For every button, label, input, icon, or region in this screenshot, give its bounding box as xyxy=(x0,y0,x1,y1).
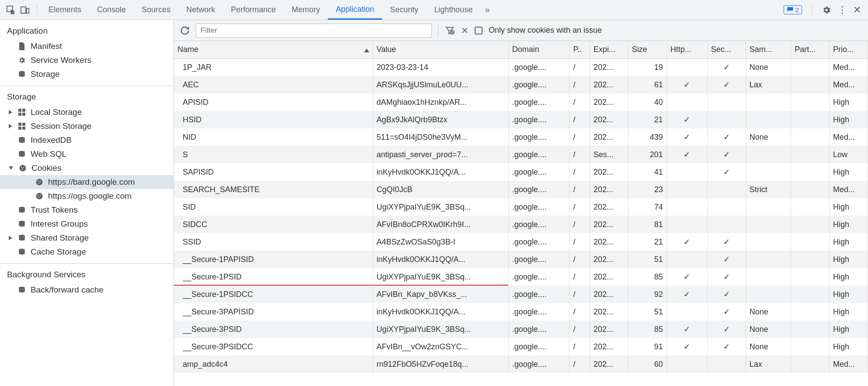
issues-badge[interactable]: 2 xyxy=(784,5,802,14)
tab-elements[interactable]: Elements xyxy=(41,0,89,20)
column-header[interactable]: Size xyxy=(628,41,667,59)
cell-partition xyxy=(791,93,830,111)
tab-console[interactable]: Console xyxy=(89,0,134,20)
sidebar-item-local-storage[interactable]: Local Storage xyxy=(0,105,174,119)
table-row[interactable]: HSIDAgBx9JkAlQrb9Btzx.google..../202...2… xyxy=(174,111,868,128)
sidebar-item-storage[interactable]: Storage xyxy=(0,67,174,81)
cell-name: NID xyxy=(174,128,373,146)
cell-expires: 202... xyxy=(590,59,628,76)
svg-point-17 xyxy=(22,169,23,169)
sidebar-item-manifest[interactable]: Manifest xyxy=(0,39,174,53)
close-devtools-icon[interactable]: ✕ xyxy=(853,4,861,16)
expand-arrow-icon[interactable] xyxy=(9,236,12,240)
expand-arrow-icon[interactable] xyxy=(9,110,12,114)
column-header[interactable]: Sec... xyxy=(707,41,746,59)
sidebar-cookie-origin-ogs[interactable]: https://ogs.google.com xyxy=(0,189,174,203)
sidebar-item-trust-tokens[interactable]: Trust Tokens xyxy=(0,203,174,217)
cell-secure: ✓ xyxy=(707,233,746,251)
cell-partition xyxy=(791,303,830,321)
tab-network[interactable]: Network xyxy=(178,0,223,20)
cell-path: / xyxy=(569,146,590,163)
sidebar-item-shared-storage[interactable]: Shared Storage xyxy=(0,231,174,245)
column-header[interactable]: Value xyxy=(373,41,508,59)
cell-secure xyxy=(707,181,746,198)
table-row[interactable]: __Secure-1PAPISIDinKyHvdk0OKKJ1QQ/A....g… xyxy=(174,251,868,268)
table-row[interactable]: SAPISIDinKyHvdk0OKKJ1QQ/A....google..../… xyxy=(174,163,868,181)
cell-secure: ✓ xyxy=(707,146,746,163)
clear-filter-icon[interactable] xyxy=(444,26,455,35)
cell-priority: Med... xyxy=(830,355,868,373)
table-row[interactable]: SSIDA4BSzZwOSaS0g3B-I.google..../202...2… xyxy=(174,233,868,251)
table-row[interactable]: 1P_JAR2023-03-23-14.google..../202...19✓… xyxy=(174,59,868,76)
cell-secure xyxy=(707,355,746,373)
cell-value: 2023-03-23-14 xyxy=(373,59,508,76)
cell-size: 61 xyxy=(628,76,667,93)
sidebar-item-websql[interactable]: Web SQL xyxy=(0,147,174,161)
svg-point-14 xyxy=(20,165,26,172)
cell-http xyxy=(667,59,707,76)
table-row[interactable]: Santipasti_server_prod=7....google..../S… xyxy=(174,146,868,163)
column-header[interactable]: Expi... xyxy=(590,41,628,59)
cell-name: APISID xyxy=(174,93,373,111)
table-row[interactable]: SIDCCAFvIBn8oCPRXw0IKrh9I....google..../… xyxy=(174,216,868,233)
column-header[interactable]: Domain xyxy=(508,41,569,59)
collapse-arrow-icon[interactable] xyxy=(9,166,13,170)
cell-size: 439 xyxy=(628,128,667,146)
sidebar-item-cache-storage[interactable]: Cache Storage xyxy=(0,245,174,259)
cell-partition xyxy=(791,128,830,146)
tab-memory[interactable]: Memory xyxy=(284,0,328,20)
sidebar-item-indexeddb[interactable]: IndexedDB xyxy=(0,133,174,147)
kebab-menu-icon[interactable]: ⋮ xyxy=(837,4,847,16)
cell-size: 201 xyxy=(628,146,667,163)
sidebar-item-interest-groups[interactable]: Interest Groups xyxy=(0,217,174,231)
table-row[interactable]: amp_adc4c4rn912FbO5HZvFoqe18q....google.… xyxy=(174,355,868,373)
cell-samesite xyxy=(746,268,791,286)
tab-lighthouse[interactable]: Lighthouse xyxy=(426,0,480,20)
sidebar-cookie-origin-bard[interactable]: https://bard.google.com xyxy=(0,175,174,189)
table-row[interactable]: __Secure-1PSIDUgiXYPjpaIYuE9K_3BSq....go… xyxy=(174,268,868,286)
clear-icon[interactable]: ✕ xyxy=(461,25,469,36)
cell-domain: .google.... xyxy=(508,286,569,303)
sort-asc-icon xyxy=(364,48,369,52)
column-header[interactable]: P.. xyxy=(569,41,590,59)
table-row[interactable]: __Secure-1PSIDCCAFvIBn_Kapv_b8VKss_....g… xyxy=(174,286,868,303)
sidebar-item-service-workers[interactable]: Service Workers xyxy=(0,53,174,67)
sidebar-item-bfcache[interactable]: Back/forward cache xyxy=(0,283,174,297)
table-row[interactable]: NID511=sO4I4jDS0he3VyM....google..../202… xyxy=(174,128,868,146)
sidebar-item-cookies[interactable]: Cookies xyxy=(0,161,174,175)
cell-domain: .google.... xyxy=(508,233,569,251)
cell-secure: ✓ xyxy=(707,321,746,338)
tab-security[interactable]: Security xyxy=(382,0,426,20)
svg-point-15 xyxy=(21,167,22,168)
expand-arrow-icon[interactable] xyxy=(9,124,12,128)
device-toggle-icon[interactable] xyxy=(20,5,30,15)
tab-sources[interactable]: Sources xyxy=(134,0,178,20)
inspect-icon[interactable] xyxy=(6,5,16,15)
table-row[interactable]: __Secure-3PAPISIDinKyHvdk0OKKJ1QQ/A....g… xyxy=(174,303,868,321)
only-issue-checkbox[interactable] xyxy=(475,27,483,34)
refresh-icon[interactable] xyxy=(180,26,190,35)
table-row[interactable]: APISIDdAMghiaox1hHznkp/AR....google..../… xyxy=(174,93,868,111)
cell-size: 74 xyxy=(628,198,667,216)
cell-secure xyxy=(707,93,746,111)
tab-application[interactable]: Application xyxy=(328,0,382,20)
sidebar-item-session-storage[interactable]: Session Storage xyxy=(0,119,174,133)
column-header[interactable]: Part... xyxy=(791,41,830,59)
cell-partition xyxy=(791,59,830,76)
settings-icon[interactable] xyxy=(822,5,831,15)
table-row[interactable]: __Secure-3PSIDUgiXYPjpaIYuE9K_3BSq....go… xyxy=(174,321,868,338)
table-row[interactable]: AECARSKqsJjjUSlmuLe0UU....google..../202… xyxy=(174,76,868,93)
table-row[interactable]: __Secure-3PSIDCCAFvIBn__vOw2znGSYC....go… xyxy=(174,338,868,355)
filter-input[interactable] xyxy=(196,24,432,38)
column-header[interactable]: Name xyxy=(174,41,373,59)
tab-performance[interactable]: Performance xyxy=(223,0,284,20)
column-header[interactable]: Http... xyxy=(667,41,707,59)
column-header[interactable]: Sam... xyxy=(746,41,791,59)
cell-http xyxy=(667,181,707,198)
table-row[interactable]: SEARCH_SAMESITECgQI0JcB.google..../202..… xyxy=(174,181,868,198)
table-row[interactable]: SIDUgiXYPjpaIYuE9K_3BSq....google..../20… xyxy=(174,198,868,216)
column-header[interactable]: Prio... xyxy=(830,41,868,59)
cell-domain: .google.... xyxy=(508,59,569,76)
more-tabs-icon[interactable]: » xyxy=(480,5,494,15)
cell-http: ✓ xyxy=(667,321,707,338)
